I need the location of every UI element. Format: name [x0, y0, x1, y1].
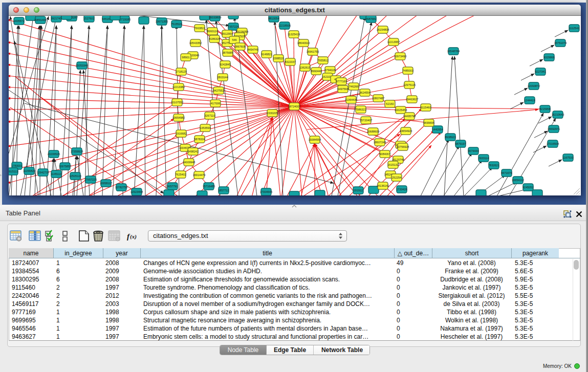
svg-text:1916682: 1916682 — [176, 132, 186, 135]
svg-text:15692971: 15692971 — [548, 127, 560, 130]
svg-text:18724007: 18724007 — [288, 105, 300, 108]
svg-text:(x): (x) — [130, 233, 137, 240]
svg-text:12213957: 12213957 — [387, 40, 400, 43]
svg-text:1362615: 1362615 — [299, 66, 310, 69]
svg-text:9115460: 9115460 — [420, 106, 431, 109]
svg-text:7832621: 7832621 — [488, 164, 499, 167]
svg-text:417006: 417006 — [211, 102, 220, 105]
svg-text:9699695: 9699695 — [423, 121, 434, 124]
svg-text:3267110: 3267110 — [204, 114, 215, 117]
svg-text:12213382: 12213382 — [172, 85, 185, 89]
svg-text:8471676: 8471676 — [501, 171, 512, 174]
svg-text:17957225: 17957225 — [84, 178, 97, 181]
svg-text:17016504: 17016504 — [547, 142, 559, 145]
svg-text:9427552: 9427552 — [213, 89, 224, 92]
svg-text:1244419: 1244419 — [524, 99, 535, 102]
svg-text:8938923: 8938923 — [445, 136, 455, 139]
svg-text:10807487: 10807487 — [372, 97, 384, 100]
svg-text:15716485: 15716485 — [203, 185, 215, 188]
svg-text:8322037: 8322037 — [285, 60, 295, 63]
svg-text:10671355: 10671355 — [156, 20, 168, 23]
svg-text:19463627: 19463627 — [406, 98, 418, 101]
svg-text:20206526: 20206526 — [48, 152, 60, 156]
svg-text:10973493: 10973493 — [394, 55, 406, 58]
svg-text:9674444: 9674444 — [468, 149, 478, 152]
svg-text:16914479: 16914479 — [193, 173, 205, 177]
svg-text:546: 546 — [232, 38, 236, 41]
svg-text:7485003: 7485003 — [402, 69, 413, 72]
svg-text:2687682: 2687682 — [365, 17, 376, 20]
svg-text:14136141: 14136141 — [377, 184, 389, 187]
svg-text:1783001: 1783001 — [11, 164, 22, 167]
svg-text:12218506: 12218506 — [278, 24, 291, 27]
svg-text:12093872: 12093872 — [528, 84, 540, 87]
svg-text:8813054: 8813054 — [268, 17, 279, 20]
svg-text:2933114: 2933114 — [478, 157, 489, 160]
svg-text:11156829: 11156829 — [23, 169, 35, 172]
svg-text:3875685: 3875685 — [222, 51, 233, 54]
svg-text:1857712: 1857712 — [218, 189, 229, 192]
svg-text:1353594: 1353594 — [200, 126, 210, 129]
svg-text:14495798: 14495798 — [403, 115, 416, 118]
svg-text:6879197: 6879197 — [455, 142, 466, 145]
svg-text:16210643: 16210643 — [552, 113, 564, 116]
svg-text:10782759: 10782759 — [115, 186, 127, 189]
svg-text:2867608: 2867608 — [234, 45, 245, 48]
svg-text:16961755: 16961755 — [307, 50, 319, 53]
svg-text:9657791: 9657791 — [167, 185, 178, 188]
svg-text:10654982: 10654982 — [172, 116, 185, 119]
svg-text:9777169: 9777169 — [336, 80, 346, 83]
svg-text:20891406: 20891406 — [34, 18, 47, 21]
svg-text:10543352: 10543352 — [189, 41, 202, 45]
svg-text:10025453: 10025453 — [395, 108, 407, 112]
svg-text:62160: 62160 — [386, 102, 394, 105]
svg-text:11325419: 11325419 — [288, 33, 300, 36]
svg-text:1588520: 1588520 — [273, 57, 284, 60]
svg-text:3921745: 3921745 — [51, 17, 61, 20]
svg-text:9245052: 9245052 — [522, 186, 533, 189]
svg-text:1615132: 1615132 — [387, 163, 398, 166]
svg-text:16154808: 16154808 — [377, 28, 389, 31]
svg-text:10654112: 10654112 — [512, 179, 524, 182]
svg-text:7515526: 7515526 — [171, 23, 182, 26]
svg-text:19384554: 19384554 — [309, 138, 321, 141]
svg-text:12923468: 12923468 — [130, 190, 143, 193]
svg-text:17304645: 17304645 — [260, 190, 272, 193]
svg-text:3912954: 3912954 — [222, 32, 232, 35]
svg-text:13654923: 13654923 — [400, 129, 412, 133]
svg-text:1440954: 1440954 — [432, 128, 443, 131]
svg-text:10688609: 10688609 — [367, 130, 379, 133]
svg-text:12942737: 12942737 — [37, 171, 49, 174]
svg-text:2718129: 2718129 — [176, 70, 186, 73]
svg-text:7955812: 7955812 — [317, 59, 328, 62]
svg-text:18607249: 18607249 — [374, 141, 386, 144]
svg-text:3915113: 3915113 — [9, 170, 18, 173]
svg-text:8215958: 8215958 — [539, 107, 550, 111]
svg-text:16120746: 16120746 — [392, 158, 404, 161]
svg-text:18640910: 18640910 — [297, 41, 310, 45]
svg-text:9084067: 9084067 — [379, 152, 390, 156]
svg-text:10756928: 10756928 — [397, 145, 409, 148]
svg-text:3624554: 3624554 — [359, 91, 370, 94]
svg-text:9227341: 9227341 — [535, 70, 546, 73]
svg-text:9242845: 9242845 — [220, 63, 230, 66]
svg-text:12975115: 12975115 — [403, 83, 416, 86]
svg-text:1167533: 1167533 — [562, 156, 573, 159]
svg-text:252254: 252254 — [392, 176, 401, 179]
svg-text:12505115: 12505115 — [69, 174, 81, 178]
svg-text:2803144: 2803144 — [217, 76, 228, 79]
svg-text:1527602: 1527602 — [83, 17, 94, 20]
svg-text:9146821: 9146821 — [261, 53, 272, 56]
svg-text:7663822: 7663822 — [194, 27, 205, 30]
svg-text:9329966: 9329966 — [543, 56, 554, 59]
svg-text:1112541: 1112541 — [569, 27, 580, 30]
svg-text:5498242: 5498242 — [187, 150, 198, 153]
svg-text:191912: 191912 — [354, 189, 363, 192]
svg-text:746266: 746266 — [349, 85, 358, 88]
svg-text:10975857: 10975857 — [59, 165, 71, 168]
svg-text:6497568: 6497568 — [337, 87, 348, 91]
svg-text:98901: 98901 — [182, 56, 189, 59]
svg-text:8990448: 8990448 — [311, 70, 321, 73]
svg-text:16033809: 16033809 — [209, 16, 221, 19]
svg-text:8660124: 8660124 — [207, 30, 217, 33]
